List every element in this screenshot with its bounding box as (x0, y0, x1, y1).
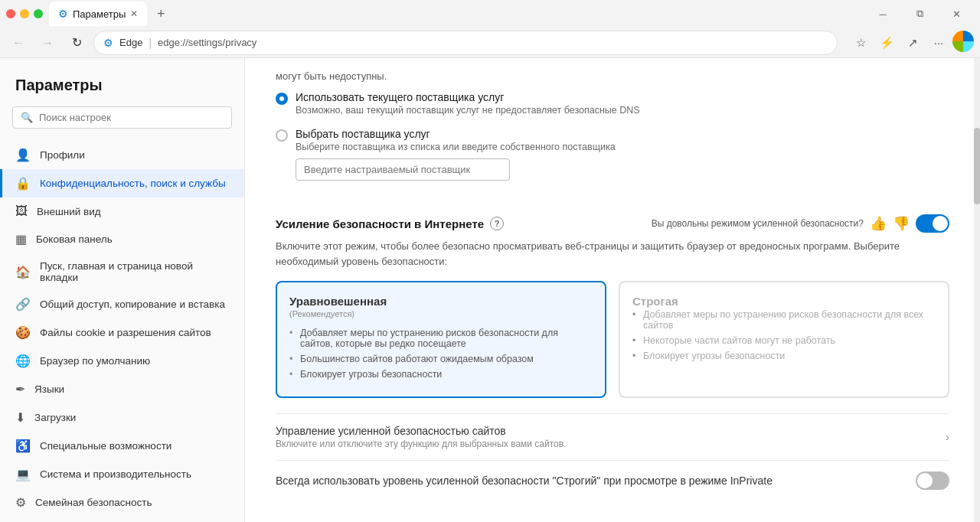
privacy-icon: 🔒 (15, 176, 31, 191)
security-title: Усиление безопасности в Интернете ? (276, 217, 504, 230)
search-input[interactable] (39, 112, 224, 123)
sidebar-item-label: Боковая панель (36, 233, 113, 245)
window-controls (6, 9, 43, 18)
scrollbar-track[interactable] (974, 58, 980, 522)
strict-point-3: Блокирует угрозы безопасности (632, 351, 936, 361)
sidebar-item-profiles[interactable]: 👤 Профили (0, 141, 244, 169)
sidebar-item-label: Загрузки (34, 412, 76, 423)
sidebar-item-sharing[interactable]: 🔗 Общий доступ, копирование и вставка (0, 290, 244, 318)
minimize-btn[interactable]: ─ (865, 2, 900, 26)
sidebar-item-new-tab[interactable]: 🏠 Пуск, главная и страница новой вкладки (0, 253, 244, 290)
close-window-btn[interactable] (6, 9, 15, 18)
dns-radio-current[interactable] (276, 93, 288, 105)
restore-btn[interactable]: ⧉ (902, 2, 937, 26)
tab-close-button[interactable]: ✕ (130, 8, 138, 19)
inprivate-label: Всегда использовать уровень усиленной бе… (276, 475, 773, 487)
back-button[interactable]: ← (6, 31, 31, 55)
dns-option-select: Выбрать поставщика услуг Выберите постав… (276, 128, 949, 181)
address-brand: Edge (119, 37, 142, 48)
services-title: Службы (245, 513, 980, 522)
strict-point-2: Некоторые части сайтов могут не работать (632, 335, 936, 346)
balanced-point-1: Добавляет меры по устранению рисков безо… (289, 328, 593, 349)
tab-label: Параметры (73, 8, 126, 20)
maximize-window-btn[interactable] (34, 9, 43, 18)
security-section: Усиление безопасности в Интернете ? Вы д… (245, 202, 980, 513)
languages-icon: ✒ (15, 382, 25, 396)
family-icon: ⚙ (15, 495, 26, 510)
forward-button[interactable]: → (35, 31, 60, 55)
minimize-window-btn[interactable] (20, 9, 29, 18)
active-tab[interactable]: ⚙ Параметры ✕ (49, 2, 147, 26)
mgmt-row[interactable]: Управление усиленной безопасностью сайто… (276, 413, 949, 460)
close-btn[interactable]: ✕ (939, 2, 974, 26)
dns-option-current-label: Использовать текущего поставщика услуг (296, 91, 640, 103)
sidebar-item-default-browser[interactable]: 🌐 Браузер по умолчанию (0, 347, 244, 375)
scrollbar-thumb[interactable] (974, 128, 980, 204)
sidebar-item-appearance[interactable]: 🖼 Внешний вид (0, 197, 244, 225)
sidebar-item-privacy[interactable]: 🔒 Конфиденциальность, поиск и службы (0, 169, 244, 197)
sidebar-item-downloads[interactable]: ⬇ Загрузки (0, 403, 244, 432)
search-box[interactable]: 🔍 (12, 106, 232, 129)
window-action-buttons: ─ ⧉ ✕ (865, 2, 974, 26)
security-toggle[interactable] (916, 214, 949, 233)
sharing-icon: 🔗 (15, 297, 31, 312)
tab-area: ⚙ Параметры ✕ + (49, 2, 859, 26)
address-separator: | (149, 37, 152, 49)
feedback-area: Вы довольны режимом усиленной безопаснос… (652, 214, 949, 233)
mgmt-title: Управление усиленной безопасностью сайто… (276, 425, 567, 437)
sidebar-item-label: Система и производительность (40, 468, 191, 480)
address-url: edge://settings/privacy (158, 37, 256, 48)
dns-note: могут быть недоступны. (245, 58, 980, 82)
address-bar[interactable]: ⚙ Edge | edge://settings/privacy (93, 31, 838, 55)
more-icon[interactable]: ··· (926, 31, 951, 55)
default-browser-icon: 🌐 (15, 354, 31, 368)
inprivate-row: Всегда использовать уровень усиленной бе… (276, 460, 949, 501)
security-header: Усиление безопасности в Интернете ? Вы д… (276, 214, 949, 233)
share-icon[interactable]: ↗ (900, 31, 925, 55)
sidebar-item-label: Профили (40, 149, 85, 161)
sidebar-item-label: Общий доступ, копирование и вставка (40, 299, 225, 310)
card-balanced-points: Добавляет меры по устранению рисков безо… (289, 328, 593, 380)
dns-provider-input[interactable] (296, 158, 510, 181)
mgmt-desc: Включите или отключите эту функцию для в… (276, 439, 567, 449)
dns-radio-select[interactable] (276, 129, 288, 142)
thumbs-down-icon[interactable]: 👎 (893, 215, 910, 232)
sidebar-item-family[interactable]: ⚙ Семейная безопасность (0, 488, 244, 517)
card-strict-title: Строгая (632, 295, 936, 308)
sidebar-item-accessibility[interactable]: ♿ Специальные возможности (0, 432, 244, 460)
sidebar-item-label: Браузер по умолчанию (40, 355, 150, 367)
thumbs-up-icon[interactable]: 👍 (870, 215, 887, 232)
sidebar-item-languages[interactable]: ✒ Языки (0, 375, 244, 403)
dns-option-select-desc: Выберите поставщика из списка или введит… (296, 142, 616, 152)
chevron-right-icon: › (946, 431, 949, 443)
dns-option-current: Использовать текущего поставщика услуг В… (276, 91, 949, 116)
sidebar-item-label: Конфиденциальность, поиск и службы (40, 178, 226, 189)
collections-icon[interactable]: ⚡ (874, 31, 899, 55)
help-icon[interactable]: ? (490, 217, 504, 230)
sidebar-item-system[interactable]: 💻 Система и производительность (0, 460, 244, 488)
addressbar: ← → ↻ ⚙ Edge | edge://settings/privacy ☆… (0, 28, 980, 58)
security-card-strict[interactable]: Строгая Добавляет меры по устранению рис… (619, 281, 949, 398)
sidebar-item-cookies[interactable]: 🍪 Файлы cookie и разрешения сайтов (0, 318, 244, 347)
sidebar-item-label: Файлы cookie и разрешения сайтов (40, 327, 211, 338)
sidebar-item-label: Семейная безопасность (35, 497, 152, 508)
dns-option-select-label: Выбрать поставщика услуг (296, 128, 616, 140)
security-card-balanced[interactable]: Уравновешенная (Рекомендуется) Добавляет… (276, 281, 606, 398)
accessibility-icon: ♿ (15, 439, 31, 453)
new-tab-button[interactable]: + (150, 3, 172, 24)
edge-copilot-btn[interactable] (952, 31, 974, 52)
search-icon: 🔍 (21, 112, 33, 123)
cookies-icon: 🍪 (15, 325, 31, 340)
balanced-point-2: Большинство сайтов работают ожидаемым об… (289, 354, 593, 364)
sidebar-item-label: Пуск, главная и страница новой вкладки (40, 260, 229, 283)
feedback-label: Вы довольны режимом усиленной безопаснос… (652, 218, 864, 229)
card-balanced-title: Уравновешенная (289, 295, 593, 308)
card-balanced-subtitle: (Рекомендуется) (289, 309, 593, 318)
toggle-knob (933, 216, 948, 231)
inprivate-toggle[interactable] (916, 471, 949, 490)
sidebar-item-sidebar-panel[interactable]: ▦ Боковая панель (0, 225, 244, 253)
profiles-icon: 👤 (15, 148, 31, 162)
system-icon: 💻 (15, 467, 31, 481)
refresh-button[interactable]: ↻ (64, 31, 89, 55)
favorites-icon[interactable]: ☆ (848, 31, 873, 55)
